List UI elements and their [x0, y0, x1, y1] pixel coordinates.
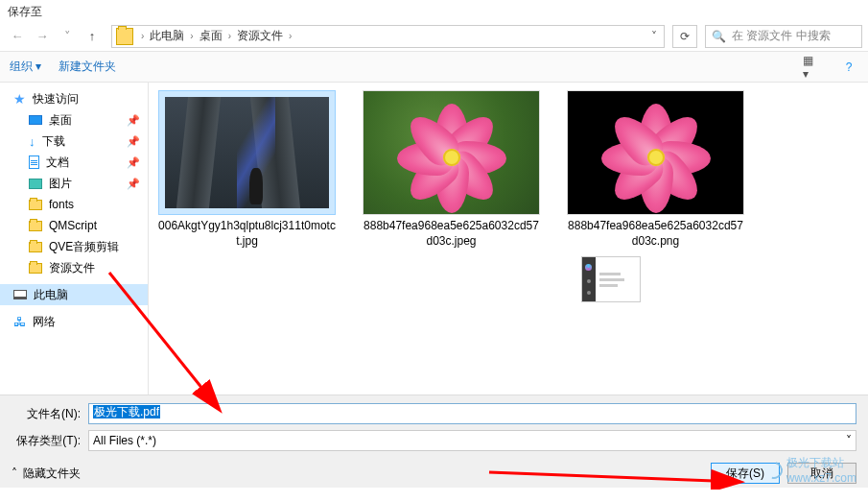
sidebar-quick-access[interactable]: ★ 快速访问	[0, 88, 148, 109]
file-item[interactable]: 006AkgtYgy1h3qlptu8lcj311t0motct.jpg	[158, 90, 336, 249]
breadcrumb-item[interactable]: 桌面	[199, 28, 223, 44]
chevron-right-icon[interactable]: ›	[184, 31, 199, 41]
toolbar: 组织 ▾ 新建文件夹 ▦ ▾ ?	[0, 52, 868, 83]
refresh-icon: ⟳	[680, 30, 690, 43]
folder-icon	[29, 263, 42, 274]
star-icon: ★	[13, 91, 26, 107]
thumbnail-preview	[165, 97, 329, 208]
search-input[interactable]: 🔍 在 资源文件 中搜索	[705, 25, 862, 48]
thumbnail-preview	[364, 91, 539, 214]
window-title: 保存至	[0, 0, 868, 21]
file-name: 006AkgtYgy1h3qlptu8lcj311t0motct.jpg	[158, 219, 336, 249]
sidebar-item-folder[interactable]: QMScript	[0, 215, 148, 236]
desktop-icon	[29, 115, 42, 125]
sidebar: ★ 快速访问 桌面 📌 ↓ 下载 📌 文档 📌 图片 📌 fonts	[0, 83, 149, 394]
back-button[interactable]: ←	[6, 25, 29, 48]
pin-icon: 📌	[127, 156, 140, 169]
thumbnail-preview	[568, 91, 743, 214]
chevron-right-icon[interactable]: ›	[283, 31, 297, 41]
recent-dropdown-icon[interactable]: ˅	[56, 25, 79, 48]
network-icon: 🖧	[13, 315, 26, 329]
chevron-up-icon: ˄	[12, 466, 17, 480]
filetype-label: 保存类型(T):	[12, 433, 81, 449]
sidebar-item-documents[interactable]: 文档 📌	[0, 152, 148, 173]
chevron-right-icon[interactable]: ›	[135, 31, 150, 41]
breadcrumb-dropdown-icon[interactable]: ˅	[645, 30, 664, 43]
file-item-partial[interactable]	[581, 256, 641, 302]
filename-input[interactable]: 极光下载.pdf	[88, 403, 856, 424]
sidebar-item-pictures[interactable]: 图片 📌	[0, 173, 148, 194]
up-button[interactable]: ↑	[81, 25, 104, 48]
filename-label: 文件名(N):	[12, 406, 81, 422]
refresh-button[interactable]: ⟳	[672, 25, 697, 48]
pc-icon	[13, 290, 27, 299]
sidebar-item-this-pc[interactable]: 此电脑	[0, 284, 148, 305]
forward-button[interactable]: →	[31, 25, 54, 48]
help-button[interactable]: ?	[839, 58, 858, 77]
filename-value: 极光下载.pdf	[93, 405, 160, 418]
save-button[interactable]: 保存(S)	[711, 463, 780, 484]
sidebar-item-folder[interactable]: 资源文件	[0, 257, 148, 278]
filetype-select[interactable]: All Files (*.*) ˅	[88, 430, 856, 451]
hide-folders-toggle[interactable]: ˄ 隐藏文件夹	[12, 466, 81, 482]
dialog-footer: 文件名(N): 极光下载.pdf 保存类型(T): All Files (*.*…	[0, 394, 868, 488]
breadcrumb-root[interactable]: 此电脑	[150, 28, 184, 44]
document-icon	[29, 155, 39, 169]
pin-icon: 📌	[127, 178, 140, 190]
folder-icon	[29, 221, 42, 231]
search-icon: 🔍	[712, 30, 726, 43]
search-placeholder: 在 资源文件 中搜索	[732, 28, 831, 44]
folder-icon	[116, 28, 133, 45]
sidebar-item-folder[interactable]: fonts	[0, 194, 148, 215]
file-item[interactable]: 888b47fea968ea5e625a6032cd57d03c.jpeg	[363, 90, 540, 249]
sidebar-item-folder[interactable]: QVE音频剪辑	[0, 236, 148, 257]
new-folder-button[interactable]: 新建文件夹	[59, 59, 116, 75]
pictures-icon	[29, 179, 42, 189]
folder-icon	[29, 200, 42, 210]
view-mode-button[interactable]: ▦ ▾	[803, 58, 822, 77]
breadcrumb[interactable]: › 此电脑 › 桌面 › 资源文件 › ˅	[111, 25, 665, 48]
file-item[interactable]: 888b47fea968ea5e625a6032cd57d03c.png	[567, 90, 744, 249]
sidebar-item-desktop[interactable]: 桌面 📌	[0, 109, 148, 131]
chevron-down-icon: ˅	[846, 434, 852, 447]
chevron-right-icon[interactable]: ›	[223, 31, 237, 41]
download-icon: ↓	[29, 134, 35, 149]
thumbnail-preview	[582, 257, 596, 301]
file-name: 888b47fea968ea5e625a6032cd57d03c.png	[567, 219, 744, 249]
filetype-value: All Files (*.*)	[93, 434, 156, 447]
sidebar-item-downloads[interactable]: ↓ 下载 📌	[0, 131, 148, 152]
pin-icon: 📌	[127, 114, 140, 127]
organize-menu[interactable]: 组织 ▾	[10, 59, 41, 75]
file-name: 888b47fea968ea5e625a6032cd57d03c.jpeg	[363, 219, 540, 249]
file-grid: 006AkgtYgy1h3qlptu8lcj311t0motct.jpg 888…	[149, 83, 868, 394]
navigation-bar: ← → ˅ ↑ › 此电脑 › 桌面 › 资源文件 › ˅ ⟳ 🔍 在 资源文件…	[0, 21, 868, 52]
sidebar-item-network[interactable]: 🖧 网络	[0, 311, 148, 332]
cancel-button[interactable]: 取消	[787, 463, 856, 484]
folder-icon	[29, 242, 42, 252]
breadcrumb-item[interactable]: 资源文件	[237, 28, 283, 44]
pin-icon: 📌	[127, 135, 140, 148]
thumbnail-preview	[596, 257, 640, 301]
